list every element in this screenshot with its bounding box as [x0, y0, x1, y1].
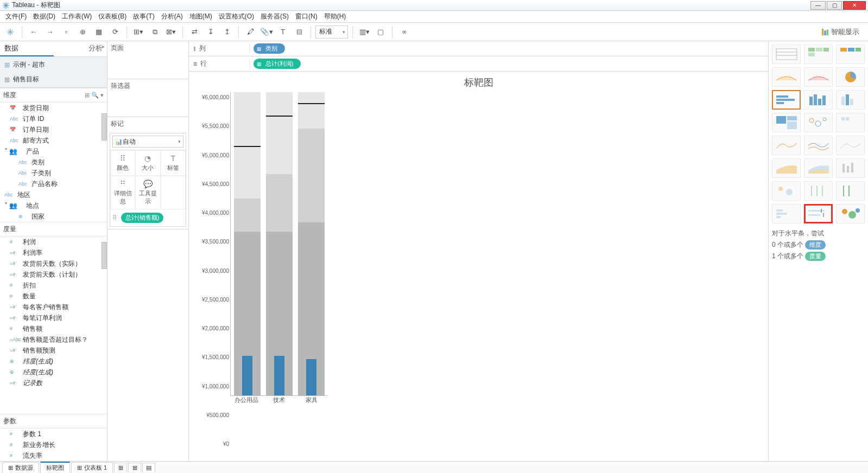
new-data-button[interactable]: ⊕: [75, 25, 90, 39]
filters-shelf[interactable]: [111, 93, 185, 114]
dim-region[interactable]: Abc地区: [0, 189, 107, 200]
showme-viz-12[interactable]: [772, 136, 801, 155]
showme-viz-22[interactable]: [804, 204, 833, 223]
rows-pill-profit[interactable]: 总计(利润): [254, 59, 301, 69]
showme-viz-8[interactable]: [836, 90, 865, 110]
meas-days-actual[interactable]: =#发货前天数（实际）: [0, 258, 107, 269]
dim-product-name[interactable]: Abc产品名称: [0, 178, 107, 189]
dims-scrollbar[interactable]: [102, 113, 107, 140]
dim-order-id[interactable]: Abc订单 ID: [0, 113, 107, 124]
showme-viz-6[interactable]: [772, 90, 801, 110]
mark-detail[interactable]: ⠛详细信息: [110, 176, 135, 209]
param-1[interactable]: #参数 1: [0, 429, 107, 439]
presentation-button[interactable]: ▢: [373, 25, 388, 39]
show-me-toolbar-button[interactable]: ▥▾: [357, 25, 371, 39]
dim-ship-date[interactable]: 📅发货日期: [0, 103, 107, 113]
pages-shelf[interactable]: [111, 55, 185, 76]
showme-viz-13[interactable]: [804, 136, 833, 155]
bar-office[interactable]: [234, 92, 261, 395]
columns-pill-category[interactable]: 类别: [254, 43, 285, 54]
minimize-button[interactable]: —: [810, 1, 826, 10]
param-churn[interactable]: #流失率: [0, 450, 107, 461]
showme-viz-11[interactable]: [836, 113, 865, 132]
new-dashboard-button[interactable]: ⊞: [128, 463, 141, 472]
meas-sales-over-target[interactable]: =Abc销售额是否超过目标？: [0, 334, 107, 345]
menu-analysis[interactable]: 分析(A): [158, 11, 186, 22]
dim-category[interactable]: Abc类别: [0, 157, 107, 168]
showme-viz-14[interactable]: [836, 136, 865, 155]
menu-file[interactable]: 文件(F): [2, 11, 30, 22]
meas-lng[interactable]: ⊕经度(生成): [0, 367, 107, 378]
param-growth[interactable]: #新业务增长: [0, 439, 107, 450]
new-story-button[interactable]: ▤: [142, 463, 155, 472]
showme-viz-17[interactable]: [836, 158, 865, 178]
dim-subcategory[interactable]: Abc子类别: [0, 168, 107, 178]
meas-lat[interactable]: ⊕纬度(生成): [0, 356, 107, 367]
menu-dashboard[interactable]: 仪表板(B): [95, 11, 130, 22]
menu-worksheet[interactable]: 工作表(W): [59, 11, 95, 22]
mark-color[interactable]: ⠿颜色: [110, 150, 135, 176]
show-me-toggle[interactable]: 智能显示: [821, 27, 859, 37]
maximize-button[interactable]: ▢: [827, 1, 842, 10]
showme-viz-10[interactable]: [804, 113, 833, 132]
meas-profit-per-order[interactable]: =#每笔订单利润: [0, 312, 107, 323]
showme-viz-18[interactable]: [772, 181, 801, 201]
mark-size[interactable]: ◔大小: [135, 150, 160, 176]
dim-ship-mode[interactable]: Abc邮寄方式: [0, 135, 107, 146]
rows-shelf[interactable]: 总计(利润): [250, 59, 768, 69]
menu-server[interactable]: 服务器(S): [257, 11, 292, 22]
clear-button[interactable]: ⊠▾: [164, 25, 178, 39]
new-worksheet-button[interactable]: ⊞: [114, 463, 127, 472]
menu-data[interactable]: 数据(D): [30, 11, 59, 22]
tab-data[interactable]: 数据: [0, 41, 54, 56]
mark-type-select[interactable]: 📊 自动: [112, 136, 183, 148]
showme-viz-0[interactable]: [772, 44, 801, 64]
datasource-sales-target[interactable]: ⊞销售目标: [4, 74, 39, 85]
meas-discount[interactable]: #折扣: [0, 280, 107, 291]
datasource-superstore[interactable]: ⊞示例 - 超市: [4, 59, 45, 71]
menu-format[interactable]: 设置格式(O): [216, 11, 257, 22]
meas-profit-ratio[interactable]: =#利润率: [0, 247, 107, 258]
mark-tooltip[interactable]: 💬工具提示: [135, 176, 160, 209]
mark-pill-sales[interactable]: 总计(销售额): [121, 213, 163, 223]
bar-tech[interactable]: [266, 92, 293, 395]
swap-button[interactable]: ⇄: [187, 25, 201, 39]
meas-scrollbar[interactable]: [102, 242, 107, 269]
meas-quantity[interactable]: #数量: [0, 291, 107, 302]
sort-asc-button[interactable]: ↧: [204, 25, 218, 39]
meas-profit[interactable]: #利润: [0, 237, 107, 247]
tab-dashboard1[interactable]: ⊞仪表板 1: [71, 462, 113, 473]
showme-viz-20[interactable]: [836, 181, 865, 201]
group-button[interactable]: 📎▾: [259, 25, 274, 39]
menu-window[interactable]: 窗口(N): [292, 11, 321, 22]
showme-viz-21[interactable]: [772, 204, 801, 223]
tab-sheet-bullet[interactable]: 标靶图: [40, 462, 70, 473]
meas-sales[interactable]: #销售额: [0, 323, 107, 334]
showme-viz-23[interactable]: [836, 204, 865, 223]
new-sheet-button[interactable]: ⊞▾: [131, 25, 145, 39]
bar-furniture[interactable]: [298, 92, 325, 395]
showme-viz-16[interactable]: [804, 158, 833, 178]
pause-button[interactable]: ▦: [92, 25, 106, 39]
showme-viz-3[interactable]: [772, 67, 801, 87]
showme-viz-7[interactable]: [804, 90, 833, 110]
columns-shelf[interactable]: 类别: [250, 43, 768, 54]
showme-viz-2[interactable]: [836, 44, 865, 64]
back-button[interactable]: ←: [27, 25, 41, 39]
highlight-button[interactable]: 🖍: [243, 25, 257, 39]
close-button[interactable]: ✕: [843, 1, 866, 10]
dim-order-date[interactable]: 📅订单日期: [0, 124, 107, 135]
tab-analysis[interactable]: 分析: [54, 41, 107, 56]
sort-desc-button[interactable]: ↥: [220, 25, 234, 39]
dim-product-group[interactable]: ˅ 👥 产品: [0, 146, 107, 157]
show-hide-button[interactable]: ⊟: [292, 25, 306, 39]
meas-count[interactable]: =#记录数: [0, 378, 107, 388]
save-button[interactable]: ▫: [59, 25, 73, 39]
meas-sales-forecast[interactable]: =#销售额预测: [0, 345, 107, 356]
dim-place-group[interactable]: ˅ 👥 地点: [0, 200, 107, 211]
menu-help[interactable]: 帮助(H): [321, 11, 350, 22]
showme-viz-15[interactable]: [772, 158, 801, 178]
showme-viz-4[interactable]: [804, 67, 833, 87]
showme-viz-9[interactable]: [772, 113, 801, 132]
share-button[interactable]: ∝: [397, 25, 411, 39]
